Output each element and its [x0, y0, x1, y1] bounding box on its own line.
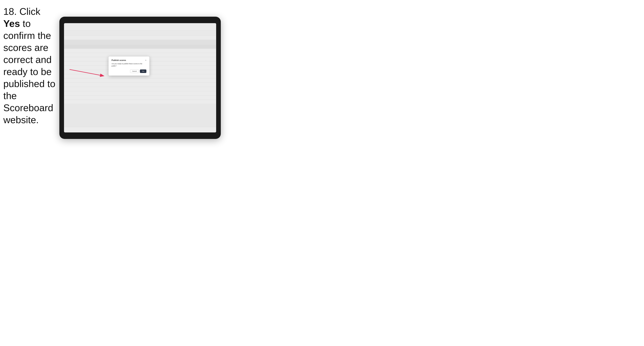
instruction-text: 18. Click Yes to confirm the scores are … — [3, 5, 59, 126]
tablet-device: Publish scores × Are you ready to publis… — [59, 17, 221, 139]
instruction-bold: Yes — [3, 18, 20, 29]
cancel-button[interactable]: Cancel — [130, 69, 139, 73]
modal-close-button[interactable]: × — [145, 59, 146, 61]
modal-body-text: Are you ready to publish these scores to… — [112, 63, 146, 67]
modal-header: Publish scores × — [112, 59, 146, 61]
step-number: 18. — [3, 6, 17, 17]
modal-footer: Cancel Yes — [112, 69, 146, 73]
modal-overlay: Publish scores × Are you ready to publis… — [64, 23, 216, 133]
tablet-screen: Publish scores × Are you ready to publis… — [64, 23, 216, 133]
instruction-click: Click — [17, 6, 40, 17]
yes-button[interactable]: Yes — [140, 69, 146, 73]
publish-scores-modal: Publish scores × Are you ready to publis… — [108, 56, 149, 76]
modal-title: Publish scores — [112, 59, 126, 61]
instruction-rest: to confirm the scores are correct and re… — [3, 18, 55, 125]
